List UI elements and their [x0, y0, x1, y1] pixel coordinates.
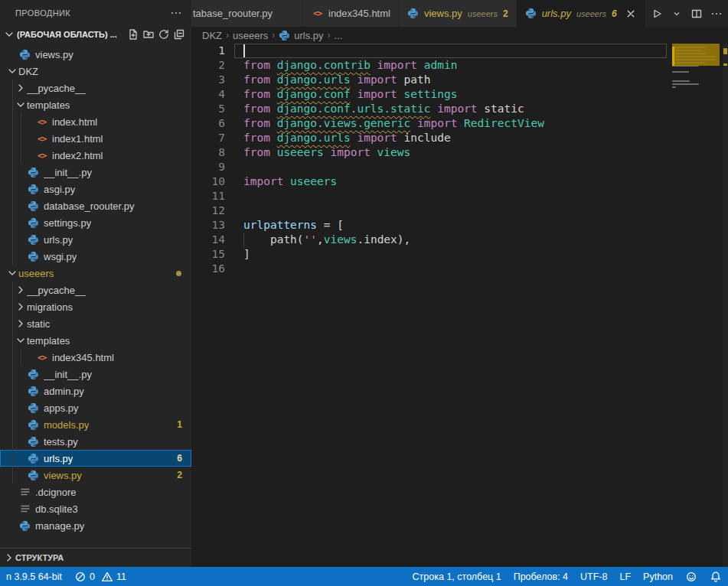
status-bar: n 3.9.5 64-bit011Строка 1, столбец 1Проб…	[0, 567, 728, 586]
status-indentation[interactable]: Пробелов: 4	[508, 567, 574, 586]
refresh-icon[interactable]	[156, 27, 171, 42]
tree-item-views.py[interactable]: views.py	[0, 46, 191, 63]
code-line-12[interactable]	[234, 203, 667, 218]
chevron-down-icon	[15, 99, 27, 111]
code-token: from	[243, 73, 277, 86]
code-line-16[interactable]	[234, 262, 667, 276]
tree-item-__pycache__[interactable]: __pycache__	[0, 282, 191, 298]
code-line-9[interactable]	[234, 160, 667, 174]
status-eol-sequence[interactable]: LF	[613, 567, 637, 586]
status-feedback[interactable]	[679, 567, 704, 586]
code-line-7[interactable]: from django.urls import include	[234, 131, 667, 145]
code-line-15[interactable]: ]	[234, 247, 667, 262]
code-token: from	[243, 103, 277, 115]
tree-item-index2.html[interactable]: <>index2.html	[0, 147, 191, 164]
code-line-6[interactable]: from django.views.generic import Redirec…	[234, 116, 667, 131]
bell-icon	[710, 571, 722, 583]
tree-item-models.py[interactable]: models.py1	[0, 416, 191, 433]
chevron-down-icon	[15, 334, 27, 347]
tree-item-label: database_roouter.py	[44, 200, 135, 212]
tree-item-database_roouter.py[interactable]: database_roouter.py	[0, 197, 191, 214]
code-editor[interactable]: 12345678910111213141516 from django.cont…	[191, 44, 728, 567]
collapse-all-icon[interactable]	[171, 27, 187, 42]
new-folder-icon[interactable]	[141, 27, 156, 42]
tree-item-__pycache__[interactable]: __pycache__	[0, 80, 191, 96]
code-token: views	[324, 233, 357, 246]
tree-item-db.sqlite3[interactable]: db.sqlite3	[0, 500, 191, 517]
new-file-icon[interactable]	[126, 27, 141, 42]
tree-item-views.py[interactable]: views.py2	[0, 467, 191, 483]
code-token: import	[437, 103, 484, 115]
breadcrumb-item-[interactable]: ...	[335, 30, 343, 41]
code-line-3[interactable]: from django.urls import path	[234, 73, 667, 87]
code-line-11[interactable]	[234, 189, 667, 203]
tree-item-asgi.py[interactable]: asgi.py	[0, 181, 191, 197]
tree-item-urls.py[interactable]: urls.py	[0, 231, 191, 248]
close-icon[interactable]	[624, 7, 638, 21]
breadcrumb-item-DKZ[interactable]: DKZ	[202, 30, 222, 41]
twistie-spacer	[15, 435, 27, 448]
code-token: from	[243, 59, 277, 71]
breadcrumb-separator: ›	[272, 30, 275, 41]
tree-item-templates[interactable]: templates	[0, 96, 191, 113]
run-icon[interactable]	[668, 5, 686, 23]
tree-item-label: templates	[27, 335, 70, 347]
tree-item-__init__.py[interactable]: __init__.py	[0, 164, 191, 181]
code-token: django.conf	[277, 88, 351, 100]
overview-ruler[interactable]	[723, 44, 728, 567]
status-notifications[interactable]	[704, 567, 728, 586]
tree-item-static[interactable]: static	[0, 315, 191, 332]
breadcrumb-item-urlspy[interactable]: urls.py	[279, 30, 323, 41]
explorer-more-actions-icon[interactable]	[168, 5, 184, 21]
tab-urls.py[interactable]: urls.pyuseeers6	[517, 0, 646, 27]
status-encoding[interactable]: UTF-8	[574, 567, 613, 586]
code-line-14[interactable]: path('',views.index),	[234, 233, 667, 247]
code-line-4[interactable]: from django.conf import settings	[234, 87, 667, 102]
status-problems[interactable]: 011	[68, 567, 132, 586]
code-line-8[interactable]: from useeers import views	[234, 145, 667, 160]
tree-item-urls.py[interactable]: urls.py6	[0, 450, 191, 467]
tree-item-templates[interactable]: templates	[0, 332, 191, 349]
tree-item-label: DKZ	[18, 66, 38, 77]
problems-badge: 2	[177, 470, 191, 480]
tree-item-tests.py[interactable]: tests.py	[0, 433, 191, 450]
code-line-13[interactable]: urlpatterns = [	[234, 218, 667, 233]
python-file-icon	[18, 48, 31, 60]
code-line-2[interactable]: from django.contrib import admin	[234, 58, 667, 73]
chevron-down-icon	[6, 65, 18, 77]
code-token: RedirectView	[464, 117, 544, 129]
tree-item-manage.py[interactable]: manage.py	[0, 517, 191, 533]
split-editor-icon[interactable]	[687, 5, 706, 23]
status-python-version[interactable]: n 3.9.5 64-bit	[0, 567, 68, 586]
workspace-section-header[interactable]: (РАБОЧАЯ ОБЛАСТЬ) ...	[0, 25, 191, 44]
editor-more-icon[interactable]	[707, 5, 726, 23]
tree-item-.dcignore[interactable]: .dcignore	[0, 483, 191, 500]
code-token: django.urls	[277, 73, 351, 86]
tree-item-wsgi.py[interactable]: wsgi.py	[0, 248, 191, 265]
tree-item-apps.py[interactable]: apps.py	[0, 399, 191, 416]
tree-item-DKZ[interactable]: DKZ	[0, 63, 191, 80]
tree-item-__init__.py[interactable]: __init__.py	[0, 366, 191, 383]
tree-item-index345.html[interactable]: <>index345.html	[0, 349, 191, 366]
run-icon[interactable]	[648, 5, 666, 23]
code-line-10[interactable]: import useeers	[234, 174, 667, 189]
tree-item-useeers[interactable]: useeers	[0, 265, 191, 282]
breadcrumb-item-useeers[interactable]: useeers	[233, 30, 268, 41]
tab-tabase_roouter.py[interactable]: tabase_roouter.py	[191, 0, 303, 27]
code-line-1[interactable]	[234, 44, 667, 58]
code-token: static	[484, 103, 524, 115]
tab-views.py[interactable]: views.pyuseeers2	[399, 0, 517, 27]
twistie-spacer	[15, 385, 27, 397]
status-cursor-position[interactable]: Строка 1, столбец 1	[406, 567, 508, 586]
tree-item-settings.py[interactable]: settings.py	[0, 214, 191, 231]
tree-item-admin.py[interactable]: admin.py	[0, 383, 191, 399]
minimap[interactable]	[672, 44, 723, 567]
tree-item-migrations[interactable]: migrations	[0, 298, 191, 315]
tree-item-index.html[interactable]: <>index.html	[0, 113, 191, 130]
line-number: 15	[191, 247, 225, 262]
code-line-5[interactable]: from django.conf.urls.static import stat…	[234, 102, 667, 116]
tree-item-index1.html[interactable]: <>index1.html	[0, 130, 191, 147]
outline-section-header[interactable]: СТРУКТУРА	[0, 548, 191, 567]
status-language-mode[interactable]: Python	[637, 567, 679, 586]
tab-index345.html[interactable]: <>index345.html	[303, 0, 399, 27]
